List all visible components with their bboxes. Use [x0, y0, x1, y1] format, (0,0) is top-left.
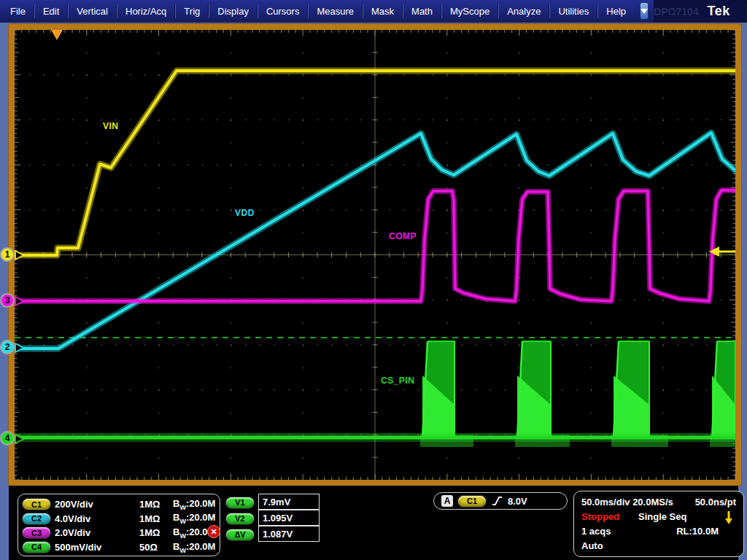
- menu-mask[interactable]: Mask: [363, 0, 403, 23]
- menu-myscope[interactable]: MyScope: [441, 0, 498, 23]
- scope-screen-frame: VIN VDD COMP CS_PIN: [9, 24, 741, 486]
- menu-analyze[interactable]: Analyze: [498, 0, 549, 23]
- cursor-dv-row: ΔV 1.087V: [226, 526, 320, 542]
- channel-3-badge[interactable]: C3: [23, 527, 50, 538]
- channel-row-c4[interactable]: C4 500mV/div 50Ω BW:20.0M: [23, 540, 214, 554]
- horizontal-acq-box[interactable]: 50.0ms/div 20.0MS/s 50.0ns/pt Stopped Si…: [573, 491, 744, 557]
- trigger-mode: Auto: [581, 540, 603, 551]
- menu-vertical[interactable]: Vertical: [68, 0, 117, 23]
- menu-horiz-acq[interactable]: Horiz/Acq: [117, 0, 175, 23]
- menu-utilities[interactable]: Utilities: [549, 0, 597, 23]
- channel-1-badge[interactable]: C1: [23, 499, 50, 510]
- menu-overflow-button[interactable]: [640, 2, 649, 20]
- menu-trig[interactable]: Trig: [175, 0, 209, 23]
- title-bar-right: DPO7104 Tek X: [654, 0, 747, 23]
- title-menu-bar: File Edit Vertical Horiz/Acq Trig Displa…: [0, 0, 747, 23]
- channel-1-impedance: 1MΩ: [139, 499, 173, 510]
- channel-3-impedance: 1MΩ: [139, 527, 173, 538]
- acq-count: 1 acqs: [581, 526, 611, 537]
- channel-4-badge[interactable]: C4: [23, 542, 50, 553]
- channel-4-marker[interactable]: 4: [0, 431, 15, 446]
- menu-math[interactable]: Math: [403, 0, 441, 23]
- trace-label-vdd: VDD: [235, 208, 255, 218]
- acq-status-row: Stopped Single Seq: [581, 509, 736, 524]
- channel-4-scale: 500mV/div: [55, 542, 139, 553]
- channel-4-impedance: 50Ω: [139, 542, 173, 553]
- channel-3-scale: 2.0V/div: [55, 527, 139, 538]
- acq-count-row: 1 acqs RL:10.0M: [581, 524, 736, 538]
- channel-row-c1[interactable]: C1 200V/div 1MΩ BW:20.0M: [23, 497, 214, 511]
- menu: File Edit Vertical Horiz/Acq Trig Displa…: [0, 0, 635, 23]
- channel-2-bandwidth: BW:20.0M: [173, 512, 215, 525]
- trace-label-cs-pin: CS_PIN: [381, 376, 414, 386]
- menu-cursors[interactable]: Cursors: [258, 0, 309, 23]
- channel-2-badge[interactable]: C2: [23, 513, 50, 524]
- channel-row-c2[interactable]: C2 4.0V/div 1MΩ BW:20.0M: [23, 512, 214, 526]
- cursor-v2-row: V2 1.095V: [226, 510, 320, 526]
- channel-readout-box[interactable]: C1 200V/div 1MΩ BW:20.0M C2 4.0V/div 1MΩ…: [18, 494, 220, 556]
- cursor-readout-box: V1 7.9mV V2 1.095V ΔV 1.087V: [226, 494, 320, 542]
- readout-panel: C1 200V/div 1MΩ BW:20.0M C2 4.0V/div 1MΩ…: [9, 486, 738, 560]
- channel-1-bandwidth: BW:20.0M: [173, 498, 215, 511]
- channel-2-scale: 4.0V/div: [55, 513, 139, 524]
- chevron-down-icon: [640, 9, 648, 14]
- close-readout-icon[interactable]: ✕: [207, 525, 220, 538]
- cursor-delta-v-value: 1.087V: [258, 526, 320, 542]
- channel-1-scale: 200V/div: [55, 499, 139, 510]
- cursor-v2-value: 1.095V: [258, 510, 320, 526]
- trigger-bus-badge: A: [441, 495, 453, 507]
- cursor-v1-value: 7.9mV: [258, 494, 320, 510]
- channel-2-impedance: 1MΩ: [139, 513, 173, 524]
- trigger-mode-row: Auto: [581, 538, 736, 553]
- trigger-source-badge[interactable]: C1: [458, 496, 486, 507]
- menu-help[interactable]: Help: [597, 0, 635, 23]
- trigger-level: 8.0V: [508, 496, 527, 507]
- channel-1-marker[interactable]: 1: [0, 247, 15, 262]
- resolution: 50.0ns/pt: [695, 497, 736, 508]
- menu-measure[interactable]: Measure: [308, 0, 363, 23]
- channel-4-bandwidth: BW:20.0M: [173, 541, 215, 554]
- channel-2-marker[interactable]: 2: [0, 340, 15, 354]
- rising-edge-icon: [491, 495, 503, 507]
- horizontal-row: 50.0ms/div 20.0MS/s 50.0ns/pt: [581, 494, 736, 509]
- tek-logo: Tek: [708, 4, 730, 19]
- trace-label-comp: COMP: [389, 231, 417, 241]
- record-length: RL:10.0M: [676, 526, 719, 537]
- channel-row-c3[interactable]: C3 2.0V/div 1MΩ BW:20.0M: [23, 526, 214, 540]
- menu-display[interactable]: Display: [209, 0, 258, 23]
- cursor-v1-row: V1 7.9mV: [226, 494, 320, 510]
- cursor-delta-v-badge[interactable]: ΔV: [226, 529, 254, 540]
- trigger-readout-box[interactable]: A C1 8.0V: [433, 492, 568, 510]
- horizontal-scale: 50.0ms/div: [581, 497, 630, 508]
- waveform-display[interactable]: VIN VDD COMP CS_PIN: [15, 30, 735, 480]
- menu-edit[interactable]: Edit: [34, 0, 68, 23]
- waveform-svg: [15, 30, 735, 480]
- channel-3-marker[interactable]: 3: [0, 293, 15, 308]
- waveform-position-icon: [723, 510, 735, 525]
- trace-label-vin: VIN: [103, 121, 119, 131]
- cursor-v1-badge[interactable]: V1: [226, 497, 254, 508]
- cursor-v2-badge[interactable]: V2: [226, 513, 254, 524]
- acq-mode: Single Seq: [638, 511, 686, 522]
- model-label: DPO7104: [654, 6, 698, 18]
- sample-rate: 20.0MS/s: [632, 497, 673, 508]
- acq-status: Stopped: [581, 511, 619, 522]
- menu-file[interactable]: File: [1, 0, 34, 23]
